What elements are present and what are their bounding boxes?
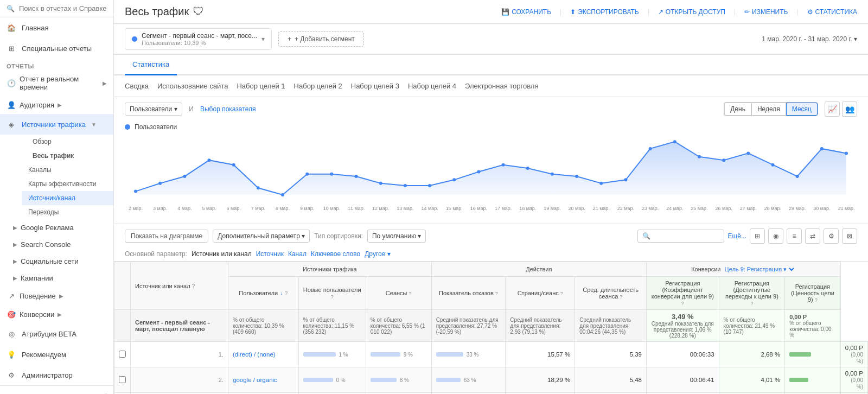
sidebar-item-label: Источники трафика <box>22 120 86 129</box>
table-search-box[interactable]: 🔍 <box>637 230 724 243</box>
svg-point-5 <box>257 186 260 189</box>
tab-goal2[interactable]: Набор целей 2 <box>294 80 342 92</box>
segment-pill[interactable]: Сегмент - первый сеанс - март, посе... П… <box>125 28 272 50</box>
table-view-grid-icon[interactable]: ⊞ <box>750 228 765 244</box>
traffic-subnav: Обзор Весь трафик Каналы Карты эффективн… <box>0 135 113 287</box>
sidebar-sub-social[interactable]: ▶ Социальные сети <box>13 253 113 270</box>
svg-text:17 мар.: 17 мар. <box>495 206 512 211</box>
svg-text:16 мар.: 16 мар. <box>470 206 487 211</box>
select-metric-link[interactable]: Выбор показателя <box>200 105 256 113</box>
month-button[interactable]: Месяц <box>786 103 818 116</box>
sidebar-collapse-button[interactable]: ‹ <box>0 385 113 394</box>
search-icon: 🔍 <box>7 5 15 12</box>
more-link[interactable]: Ещё... <box>727 232 746 240</box>
th-new-users: Новые пользователи ? <box>298 277 366 310</box>
week-button[interactable]: Неделя <box>751 103 786 116</box>
sidebar-sub-source-channel[interactable]: Источник/канал <box>22 191 113 205</box>
tab-goal4[interactable]: Набор целей 4 <box>408 80 456 92</box>
line-chart-icon[interactable]: 📈 <box>825 101 840 117</box>
sidebar-item-realtime[interactable]: 🕐 Отчет в реальном времени ▶ <box>0 71 113 96</box>
svg-text:2 мар.: 2 мар. <box>129 206 143 211</box>
row-checkbox[interactable] <box>119 376 126 383</box>
sidebar-item-behavior[interactable]: ↗ Поведение ▶ <box>0 287 113 305</box>
svg-text:3 мар.: 3 мар. <box>153 206 167 211</box>
param-source[interactable]: Источник <box>256 250 284 258</box>
search-bar[interactable]: 🔍 <box>0 0 113 17</box>
show-chart-button[interactable]: Показать на диаграмме <box>125 230 208 243</box>
tab-ecommerce[interactable]: Электронная торговля <box>465 80 538 92</box>
sidebar-item-special[interactable]: ⊞ Специальные отчеты <box>0 38 113 59</box>
sidebar-item-recommend[interactable]: 💡 Рекомендуем <box>0 344 113 365</box>
table-view-list-icon[interactable]: ≡ <box>787 228 802 244</box>
table-compare-icon[interactable]: ⇄ <box>805 228 820 244</box>
sidebar-item-attribution[interactable]: ◎ Атрибуция BETA <box>0 323 113 344</box>
row-checkbox[interactable] <box>119 351 126 358</box>
people-icon[interactable]: 👥 <box>842 101 857 117</box>
param-other[interactable]: Другое ▾ <box>365 250 390 258</box>
sidebar-sub-all-traffic[interactable]: Весь трафик <box>13 149 113 163</box>
tab-goal3[interactable]: Набор целей 3 <box>351 80 399 92</box>
share-button[interactable]: ↗ ОТКРЫТЬ ДОСТУП <box>658 8 725 16</box>
sidebar-item-conversions[interactable]: 🎯 Конверсии ▶ <box>0 305 113 323</box>
table-search-input[interactable] <box>653 233 719 239</box>
table-view-pie-icon[interactable]: ◉ <box>768 228 783 244</box>
help-icon7: ? <box>620 294 622 300</box>
sidebar-sub-overview[interactable]: Обзор <box>13 135 113 149</box>
chart-container: Пользователи 2 мар.3 мар.4 мар.5 мар.6 м… <box>114 121 868 224</box>
table-pivot-icon[interactable]: ⊠ <box>842 228 857 244</box>
param-channel[interactable]: Канал <box>288 250 307 258</box>
tab-svodka[interactable]: Сводка <box>125 80 149 92</box>
sidebar-sub-google-ads[interactable]: ▶ Google Реклама <box>13 219 113 236</box>
svg-point-17 <box>551 173 554 176</box>
param-source-channel[interactable]: Источник или канал <box>192 250 252 258</box>
sidebar-sub-treemap[interactable]: Карты эффективности <box>22 177 113 191</box>
day-button[interactable]: День <box>724 103 751 116</box>
sidebar-item-audience[interactable]: 👤 Аудитория ▶ <box>0 96 113 114</box>
row-conv: 4,01 % <box>719 367 785 393</box>
svg-point-15 <box>502 163 505 167</box>
svg-point-19 <box>599 182 603 185</box>
table-settings-icon[interactable]: ⚙ <box>824 228 839 244</box>
reports-section-label: ОТЧЕТЫ <box>0 59 113 71</box>
sidebar-item-traffic[interactable]: ◈ Источники трафика ▼ <box>0 114 113 135</box>
sidebar-sub-campaigns[interactable]: ▶ Кампании <box>13 270 113 287</box>
sidebar-item-home[interactable]: 🏠 Главная <box>0 17 113 38</box>
row-new-users: 9 % <box>366 342 431 367</box>
svg-point-27 <box>796 175 799 178</box>
sort-select[interactable]: По умолчанию ▾ <box>367 230 426 243</box>
svg-text:27 мар.: 27 мар. <box>740 206 757 211</box>
goal-select[interactable]: Цель 9: Регистрация ▾ <box>723 265 796 273</box>
help-icon3: ? <box>331 294 334 300</box>
tab-site-usage[interactable]: Использование сайта <box>157 80 228 92</box>
sidebar-item-label: Отчет в реальном времени <box>20 75 99 91</box>
tab-goal1[interactable]: Набор целей 1 <box>237 80 285 92</box>
row-sessions: 63 % <box>431 367 506 393</box>
param-keyword[interactable]: Ключевое слово <box>311 250 360 258</box>
sidebar-item-admin[interactable]: ⚙ Администратор <box>0 365 113 385</box>
search-input[interactable] <box>19 4 107 12</box>
date-range-selector[interactable]: 1 мар. 2020 г. - 31 мар. 2020 г. ▾ <box>762 35 857 43</box>
svg-point-8 <box>330 173 333 176</box>
add-segment-button[interactable]: + + Добавить сегмент <box>278 31 364 47</box>
stats-button[interactable]: ⚙ СТАТИСТИКА <box>807 8 857 16</box>
svg-text:11 мар.: 11 мар. <box>348 206 365 211</box>
svg-text:12 мар.: 12 мар. <box>372 206 389 211</box>
svg-text:5 мар.: 5 мар. <box>202 206 216 211</box>
segment-chevron-icon: ▾ <box>261 35 265 43</box>
metric-select[interactable]: Пользователи ▾ <box>125 103 182 116</box>
edit-button[interactable]: ✏ ИЗМЕНИТЬ <box>744 8 788 16</box>
save-button[interactable]: 💾 СОХРАНИТЬ <box>501 8 551 16</box>
row-source[interactable]: google / organic <box>228 367 299 393</box>
sidebar-sub-search-console[interactable]: ▶ Search Console <box>13 236 113 253</box>
row-source[interactable]: (direct) / (none) <box>228 342 299 367</box>
add-segment-label: + Добавить сегмент <box>295 35 355 43</box>
sidebar-sub-channels[interactable]: Каналы <box>22 163 113 177</box>
export-button[interactable]: ⬆ ЭКСПОРТИРОВАТЬ <box>570 8 639 16</box>
add-param-button[interactable]: Дополнительный параметр ▾ <box>213 230 310 243</box>
sidebar-sub-referrals[interactable]: Переходы <box>22 205 113 219</box>
tab-statistica[interactable]: Статистика <box>125 55 177 75</box>
svg-text:24 мар.: 24 мар. <box>666 206 683 211</box>
svg-point-12 <box>428 184 431 187</box>
param-bar: Основной параметр: Источник или канал Ис… <box>114 248 868 262</box>
row-goal <box>785 367 840 393</box>
